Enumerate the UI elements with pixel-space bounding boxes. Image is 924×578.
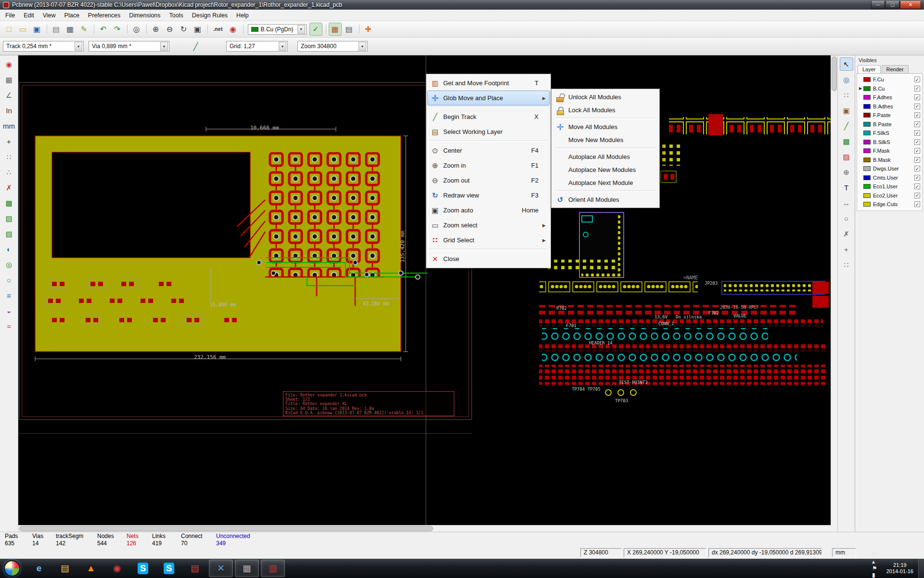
layer-visibility-checkbox[interactable]	[914, 201, 920, 207]
menubar-item[interactable]: Help	[232, 11, 253, 20]
submenu-item[interactable]	[555, 190, 655, 192]
toolbar-button[interactable]	[45, 23, 48, 36]
layer-visibility-checkbox[interactable]	[914, 139, 920, 145]
select-working-layer[interactable]: Select Working Layer	[427, 124, 550, 139]
zoom-in[interactable]: Zoom in F1	[427, 158, 550, 173]
pads-sketch-icon[interactable]: ◎	[2, 258, 16, 271]
drc-button[interactable]: ◉	[227, 23, 240, 36]
layer-visibility-checkbox[interactable]	[914, 130, 920, 136]
find-button[interactable]: ◎	[130, 23, 143, 36]
drill-origin-icon[interactable]: +	[840, 242, 853, 256]
via-size-selector[interactable]: Via 0,889 mm *	[89, 41, 169, 52]
layer-visibility-checkbox[interactable]	[914, 86, 920, 92]
delete-tool-icon[interactable]: ✗	[840, 227, 853, 240]
new-board-button[interactable]: □	[2, 23, 15, 36]
auto-track-width-button[interactable]	[189, 40, 202, 53]
local-ratsnest-icon[interactable]: ∷	[840, 88, 853, 102]
layer-row[interactable]: Edge.Cuts	[857, 200, 922, 209]
layer-row[interactable]: B.Adhes	[857, 102, 922, 111]
menubar-item[interactable]: Tools	[165, 11, 188, 20]
layer-color-swatch[interactable]	[863, 95, 871, 100]
layer-color-swatch[interactable]	[863, 184, 871, 189]
submenu-item[interactable]	[555, 118, 655, 119]
add-track-icon[interactable]: ╱	[840, 119, 853, 132]
layer-color-swatch[interactable]	[863, 148, 871, 153]
layer-manager-toggle-button[interactable]: ✓	[309, 23, 322, 36]
menubar-item[interactable]: Preferences	[84, 11, 125, 20]
start-button[interactable]	[4, 560, 20, 577]
zoom-out-button[interactable]: ⊖	[163, 23, 176, 36]
horizontal-scrollbar-thumb[interactable]	[19, 526, 433, 531]
layer-visibility-checkbox[interactable]	[914, 175, 920, 181]
high-contrast-icon[interactable]: ◐	[2, 242, 16, 256]
add-target-icon[interactable]: ⊕	[840, 165, 853, 179]
network-icon[interactable]: ▮	[872, 572, 879, 578]
orient-all-modules[interactable]: Orient All Modules	[552, 193, 658, 206]
layer-color-swatch[interactable]	[863, 77, 871, 82]
layer-row[interactable]: F.Cu	[857, 75, 922, 84]
read-netlist-button[interactable]: .net	[210, 23, 226, 36]
dropdown-arrow-icon[interactable]	[279, 42, 286, 51]
units-mm-icon[interactable]: mm	[2, 119, 16, 132]
get-and-move-footprint[interactable]: Get and Move Footprint T	[427, 76, 550, 91]
toolbar-button[interactable]	[205, 23, 209, 36]
layer-color-swatch[interactable]	[863, 193, 871, 198]
dropdown-arrow-icon[interactable]	[297, 25, 305, 34]
layer-color-swatch[interactable]	[863, 131, 871, 135]
layer-visibility-checkbox[interactable]	[914, 104, 920, 109]
red-app-icon[interactable]: ▥	[261, 560, 285, 577]
layer-visibility-checkbox[interactable]	[914, 166, 920, 171]
module-ratsnest-icon[interactable]: ∴	[2, 165, 16, 179]
vertical-scrollbar[interactable]	[831, 55, 837, 525]
dropdown-arrow-icon[interactable]	[75, 42, 82, 51]
pcbnew-icon[interactable]: ✕	[209, 560, 233, 577]
layers-panel-tab[interactable]: Render	[882, 65, 909, 73]
track-width-selector[interactable]: Track 0,254 mm *	[3, 41, 84, 52]
redraw-view[interactable]: Redraw view F3	[427, 188, 550, 203]
horizontal-scrollbar[interactable]	[18, 525, 831, 532]
add-text-icon[interactable]: T	[840, 181, 853, 194]
windows-explorer-icon[interactable]: ▤	[53, 560, 77, 577]
layer-color-swatch[interactable]	[863, 122, 871, 127]
toolbar-button[interactable]	[125, 23, 128, 36]
taskbar-clock[interactable]: 21:19 2014-01-16	[886, 562, 913, 575]
add-module-icon[interactable]: ▣	[840, 104, 853, 117]
center[interactable]: Center F4	[427, 143, 550, 158]
add-zone-icon[interactable]: ▩	[840, 134, 853, 148]
tracks-sketch-icon[interactable]: ≡	[2, 289, 16, 302]
layer-visibility-checkbox[interactable]	[914, 148, 920, 154]
microwave-tools-icon[interactable]: ≈	[2, 319, 16, 333]
gerbview-icon[interactable]: ▦	[235, 560, 259, 577]
print-button[interactable]: ▦	[64, 23, 77, 36]
zoom-selector[interactable]: Zoom 304800	[297, 41, 368, 52]
layer-visibility-checkbox[interactable]	[914, 157, 920, 163]
move-all-modules[interactable]: Move All Modules	[552, 120, 658, 133]
redo-button[interactable]: ↷	[111, 23, 124, 36]
plot-button[interactable]: ✎	[77, 23, 90, 36]
layer-row[interactable]: B.Mask	[857, 156, 922, 165]
add-dimension-icon[interactable]: ↔	[840, 196, 853, 210]
autoplace-all-modules[interactable]: Autoplace All Modules	[552, 150, 658, 163]
toolbar-button[interactable]	[92, 23, 95, 36]
action-center-icon[interactable]: ⚑	[872, 565, 879, 572]
palette-icon[interactable]: ◒	[2, 304, 16, 317]
submenu-item[interactable]	[555, 147, 655, 149]
internet-explorer-icon[interactable]: e	[27, 560, 51, 577]
layer-row[interactable]: F.Paste	[857, 111, 922, 120]
minimize-button[interactable]	[871, 1, 885, 9]
layer-visibility-checkbox[interactable]	[914, 94, 920, 100]
show-hidden-icons[interactable]: ▴	[872, 558, 879, 565]
layer-color-swatch[interactable]	[863, 202, 871, 207]
ratsnest-visibility-icon[interactable]: ∷	[2, 150, 16, 163]
toolbar-button[interactable]	[241, 23, 244, 36]
layer-row[interactable]: F.Mask	[857, 146, 922, 156]
vlc-icon[interactable]: ▲	[79, 560, 103, 577]
context-menu-item[interactable]	[430, 140, 547, 142]
grid-toggle-icon[interactable]: ▦	[2, 73, 16, 86]
auto-delete-track-icon[interactable]: ✗	[2, 181, 16, 194]
layer-row[interactable]: Cmts.User	[857, 173, 922, 183]
pcb-canvas[interactable]: 10,668 mm232,156 mm135,420 mm55,880 mm43…	[18, 55, 831, 525]
select-tool-icon[interactable]: ↖	[840, 57, 853, 71]
zoom-auto[interactable]: Zoom auto Home	[427, 203, 550, 218]
layer-color-swatch[interactable]	[863, 175, 871, 180]
